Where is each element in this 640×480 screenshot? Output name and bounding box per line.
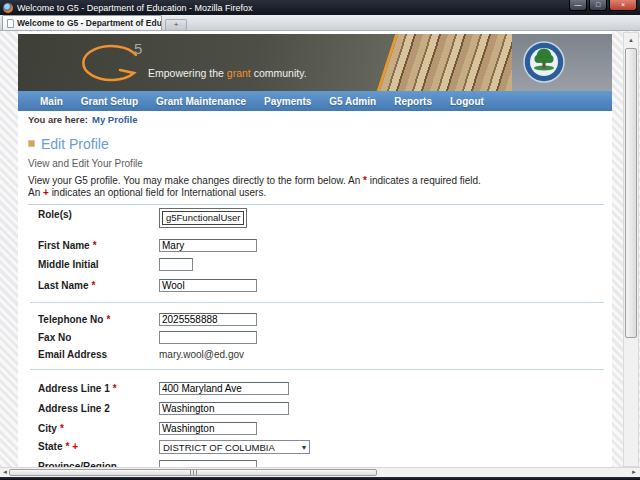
state-label: State*+ xyxy=(38,440,159,452)
browser-window: Welcome to G5 - Department of Education … xyxy=(0,0,640,480)
scroll-up-icon[interactable]: ▲ xyxy=(624,33,638,47)
address2-input[interactable] xyxy=(159,402,289,415)
firefox-icon xyxy=(3,3,13,13)
form-divider xyxy=(30,302,604,303)
form-row-address2: Address Line 2 xyxy=(38,402,289,415)
banner-tagline: Empowering the grant community. xyxy=(148,67,307,79)
roles-label: Role(s) xyxy=(38,208,159,220)
instructions-text: View your G5 profile. You may make chang… xyxy=(28,175,612,199)
form-row-middle-initial: Middle Initial xyxy=(38,258,193,271)
nav-item-logout[interactable]: Logout xyxy=(450,96,484,107)
telephone-label: Telephone No* xyxy=(38,313,159,325)
address1-input[interactable] xyxy=(159,382,289,395)
tab-strip: Welcome to G5 - Department of Edu... + xyxy=(0,15,640,31)
state-select[interactable]: DISTRICT OF COLUMBIA ▾ xyxy=(159,440,310,454)
profile-form: Role(s) g5FunctionalUser First Name* Mid… xyxy=(28,205,612,468)
email-value: mary.wool@ed.gov xyxy=(159,348,244,360)
form-divider xyxy=(30,369,604,370)
city-label: City* xyxy=(38,422,159,434)
fax-label: Fax No xyxy=(38,331,159,343)
horizontal-scrollbar[interactable]: ◄ ► xyxy=(0,467,640,477)
telephone-input[interactable] xyxy=(159,313,257,326)
state-selected-value: DISTRICT OF COLUMBIA xyxy=(163,442,275,453)
nav-item-grant-setup[interactable]: Grant Setup xyxy=(81,96,138,107)
address2-label: Address Line 2 xyxy=(38,402,159,414)
email-label: Email Address xyxy=(38,348,159,360)
last-name-label: Last Name* xyxy=(38,279,159,291)
chevron-down-icon: ▾ xyxy=(302,443,306,452)
first-name-input[interactable] xyxy=(159,239,257,252)
city-input[interactable] xyxy=(159,422,257,435)
page-content: 5 Empowering the grant community. Main G… xyxy=(18,31,612,468)
minimize-button[interactable]: — xyxy=(569,0,587,11)
form-row-last-name: Last Name* xyxy=(38,279,257,292)
browser-tab[interactable]: Welcome to G5 - Department of Edu... xyxy=(2,15,162,30)
g5-logo-five: 5 xyxy=(134,40,142,57)
department-of-education-seal xyxy=(523,41,565,83)
form-row-telephone: Telephone No* xyxy=(38,313,257,326)
breadcrumb-link-my-profile[interactable]: My Profile xyxy=(92,114,137,125)
main-nav: Main Grant Setup Grant Maintenance Payme… xyxy=(18,91,612,111)
nav-item-reports[interactable]: Reports xyxy=(394,96,432,107)
roles-selected-item[interactable]: g5FunctionalUser xyxy=(162,211,244,225)
horizontal-scroll-thumb[interactable] xyxy=(9,469,377,476)
nav-item-payments[interactable]: Payments xyxy=(264,96,311,107)
page-icon xyxy=(7,19,14,28)
close-button[interactable]: × xyxy=(609,0,637,11)
form-row-state: State*+ DISTRICT OF COLUMBIA ▾ xyxy=(38,440,310,454)
vertical-scroll-thumb[interactable] xyxy=(625,48,637,338)
new-tab-button[interactable]: + xyxy=(165,19,187,30)
last-name-input[interactable] xyxy=(159,279,257,292)
tab-title: Welcome to G5 - Department of Edu... xyxy=(17,18,162,28)
form-row-first-name: First Name* xyxy=(38,239,257,252)
nav-item-g5-admin[interactable]: G5 Admin xyxy=(329,96,376,107)
breadcrumb-prefix: You are here: xyxy=(28,114,88,125)
maximize-button[interactable]: □ xyxy=(589,0,607,11)
form-row-city: City* xyxy=(38,422,257,435)
address1-label: Address Line 1* xyxy=(38,382,159,394)
scroll-right-icon[interactable]: ► xyxy=(629,468,639,477)
scroll-grip-icon xyxy=(193,470,194,475)
form-row-email: Email Address mary.wool@ed.gov xyxy=(38,348,244,360)
page-title: Edit Profile xyxy=(28,136,612,151)
page-subtitle: View and Edit Your Profile xyxy=(28,158,612,169)
form-row-roles: Role(s) g5FunctionalUser xyxy=(38,208,247,228)
page-viewport: 5 Empowering the grant community. Main G… xyxy=(0,31,640,480)
main-area: Edit Profile View and Edit Your Profile … xyxy=(18,136,612,468)
nav-item-grant-maintenance[interactable]: Grant Maintenance xyxy=(156,96,246,107)
nav-item-main[interactable]: Main xyxy=(40,96,63,107)
window-controls: — □ × xyxy=(569,0,637,11)
square-bullet-icon xyxy=(28,140,35,147)
window-title: Welcome to G5 - Department of Education … xyxy=(17,3,565,13)
form-row-fax: Fax No xyxy=(38,331,257,344)
form-row-address1: Address Line 1* xyxy=(38,382,289,395)
roles-listbox[interactable]: g5FunctionalUser xyxy=(159,208,247,228)
g5-banner: 5 Empowering the grant community. xyxy=(18,34,612,91)
middle-initial-label: Middle Initial xyxy=(38,258,159,270)
fax-input[interactable] xyxy=(159,331,257,344)
vertical-scrollbar[interactable]: ▲ xyxy=(623,32,639,467)
breadcrumb: You are here: My Profile xyxy=(18,111,612,128)
middle-initial-input[interactable] xyxy=(159,258,193,271)
first-name-label: First Name* xyxy=(38,239,159,251)
title-bar: Welcome to G5 - Department of Education … xyxy=(0,0,640,15)
